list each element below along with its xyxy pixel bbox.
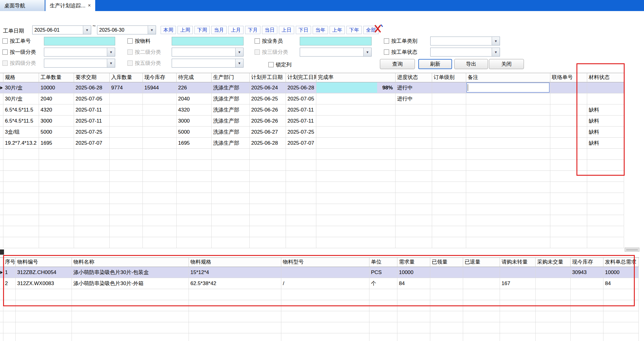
- cell[interactable]: 1: [3, 267, 16, 278]
- cell[interactable]: 缺料: [587, 138, 624, 149]
- cell[interactable]: [466, 116, 550, 127]
- column-header[interactable]: 物料规格: [189, 258, 281, 267]
- cell[interactable]: 2025-06-25: [250, 93, 286, 104]
- cell[interactable]: 6.5*4.5*11.5: [3, 104, 39, 116]
- quick-date-link[interactable]: 上日: [279, 26, 294, 34]
- clear-filter-icon[interactable]: [372, 23, 383, 34]
- cell[interactable]: 2025-06-28: [74, 82, 110, 93]
- cell[interactable]: 洗涤生产部: [212, 82, 250, 93]
- cell[interactable]: [110, 127, 143, 138]
- chevron-down-icon[interactable]: ▾: [83, 26, 91, 34]
- cell[interactable]: [432, 104, 466, 116]
- cell[interactable]: [430, 278, 463, 289]
- material-row[interactable]: 2312ZX.WX0083涤小萌防串染吸色片30片-外箱62.5*38*42/个…: [0, 278, 639, 289]
- cell[interactable]: 312ZBZ.CH0054: [16, 267, 72, 278]
- cell[interactable]: [143, 116, 177, 127]
- workorder-row[interactable]: 6.5*4.5*11.530002025-07-113000洗涤生产部2025-…: [0, 116, 624, 127]
- salesman-input[interactable]: [300, 37, 372, 45]
- material-row[interactable]: 1312ZBZ.CH0054涤小萌防串染吸色片30片-包装盒15*12*4PCS…: [0, 267, 639, 278]
- cell[interactable]: 2025-07-05: [74, 93, 110, 104]
- cell[interactable]: [432, 93, 466, 104]
- cell[interactable]: [550, 82, 587, 93]
- cell[interactable]: [550, 127, 587, 138]
- cell[interactable]: 2025-06-26: [250, 116, 286, 127]
- cell[interactable]: [110, 138, 143, 149]
- quick-date-link[interactable]: 本周: [161, 26, 176, 34]
- cell[interactable]: 2025-06-28: [286, 82, 316, 93]
- column-header[interactable]: 物料名称: [72, 258, 189, 267]
- cell[interactable]: 3000: [177, 116, 212, 127]
- cell[interactable]: 30片/盒: [3, 82, 39, 93]
- cell[interactable]: 涤小萌防串染吸色片30片-外箱: [72, 278, 189, 289]
- cell[interactable]: 62.5*38*42: [189, 278, 281, 289]
- cell[interactable]: 2025-07-11: [286, 116, 316, 127]
- column-header[interactable]: 现今库存: [143, 73, 177, 82]
- column-header[interactable]: 入库数量: [110, 73, 143, 82]
- cell[interactable]: 2040: [39, 93, 74, 104]
- cell[interactable]: [316, 138, 396, 149]
- cell[interactable]: 个: [369, 278, 397, 289]
- close-icon[interactable]: ×: [88, 3, 91, 8]
- cell[interactable]: 9774: [110, 82, 143, 93]
- cell[interactable]: 涤小萌防串染吸色片30片-包装盒: [72, 267, 189, 278]
- quick-date-link[interactable]: 上周: [178, 26, 193, 34]
- cell[interactable]: 2025-07-11: [74, 104, 110, 116]
- cell[interactable]: [466, 93, 550, 104]
- cell[interactable]: [432, 82, 466, 93]
- export-button[interactable]: 导出: [454, 59, 488, 69]
- cell[interactable]: 2025-07-25: [286, 127, 316, 138]
- column-header[interactable]: 计划开工日期: [250, 73, 286, 82]
- cell[interactable]: [571, 278, 603, 289]
- cell[interactable]: 2025-06-27: [250, 127, 286, 138]
- column-header[interactable]: 材料状态: [587, 73, 624, 82]
- cell[interactable]: [316, 127, 396, 138]
- cell[interactable]: 4320: [39, 104, 74, 116]
- cell[interactable]: 2025-07-11: [286, 104, 316, 116]
- cell[interactable]: [143, 138, 177, 149]
- chevron-down-icon[interactable]: ▾: [492, 48, 500, 56]
- workorder-row[interactable]: 30片/盒100002025-06-28977415944226洗涤生产部202…: [0, 82, 624, 93]
- cell[interactable]: 1695: [39, 138, 74, 149]
- cell[interactable]: [500, 267, 536, 278]
- remark-cell[interactable]: [466, 82, 550, 93]
- cell[interactable]: 5000: [39, 127, 74, 138]
- cell[interactable]: 进行中: [396, 93, 432, 104]
- column-header[interactable]: 进度状态: [396, 73, 432, 82]
- cell[interactable]: [396, 127, 432, 138]
- cell[interactable]: 2025-06-24: [250, 82, 286, 93]
- workorder-row[interactable]: 3盒/组50002025-07-255000洗涤生产部2025-06-27202…: [0, 127, 624, 138]
- cell[interactable]: [550, 116, 587, 127]
- cell[interactable]: [396, 116, 432, 127]
- column-header[interactable]: 需求量: [397, 258, 430, 267]
- cell[interactable]: 6.5*4.5*11.5: [3, 116, 39, 127]
- cell[interactable]: [110, 116, 143, 127]
- cell[interactable]: [110, 104, 143, 116]
- cell[interactable]: 进行中: [396, 82, 432, 93]
- cell[interactable]: 洗涤生产部: [212, 104, 250, 116]
- column-header[interactable]: 已退量: [463, 258, 500, 267]
- cell[interactable]: 2025-07-25: [74, 127, 110, 138]
- cell[interactable]: 2040: [177, 93, 212, 104]
- cell[interactable]: 30片/盒: [3, 93, 39, 104]
- cell[interactable]: [466, 127, 550, 138]
- cell[interactable]: [143, 127, 177, 138]
- cell[interactable]: 缺料: [587, 127, 624, 138]
- column-header[interactable]: 待完成: [177, 73, 212, 82]
- category1-select[interactable]: ▾: [44, 48, 115, 57]
- splitter-grip-icon[interactable]: [625, 248, 639, 252]
- cell[interactable]: [432, 127, 466, 138]
- quick-date-link[interactable]: 当月: [211, 26, 227, 34]
- quick-date-link[interactable]: 上年: [330, 26, 345, 34]
- column-header[interactable]: 生产部门: [212, 73, 250, 82]
- cell[interactable]: [550, 138, 587, 149]
- cell[interactable]: 84: [397, 278, 430, 289]
- cell[interactable]: 30943: [571, 267, 603, 278]
- column-header[interactable]: 规格: [3, 73, 39, 82]
- cell[interactable]: 缺料: [587, 104, 624, 116]
- column-header[interactable]: 序号: [3, 258, 16, 267]
- cell[interactable]: 2025-07-05: [286, 93, 316, 104]
- query-button[interactable]: 查询: [380, 59, 415, 69]
- cell[interactable]: [587, 93, 624, 104]
- column-header[interactable]: 联络单号: [550, 73, 587, 82]
- workorder-row[interactable]: 19.2*7.4*13.216952025-07-071695洗涤生产部2025…: [0, 138, 624, 149]
